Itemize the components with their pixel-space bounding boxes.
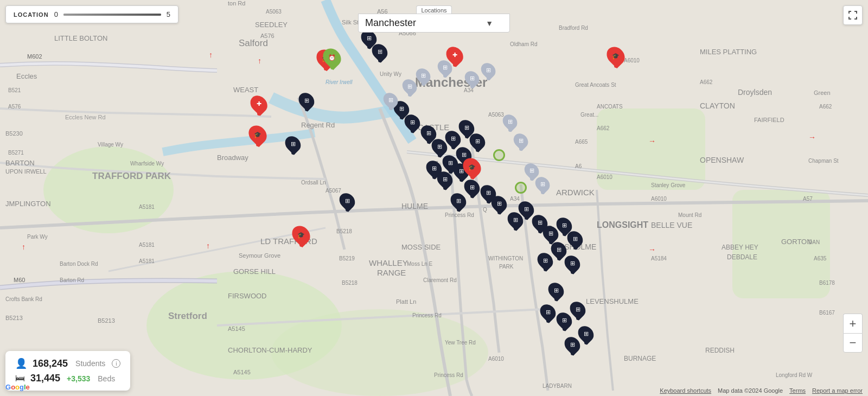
- svg-text:A5181: A5181: [139, 204, 155, 210]
- svg-text:Green: Green: [814, 90, 831, 96]
- svg-text:GORTON: GORTON: [781, 238, 812, 246]
- svg-text:PARK: PARK: [499, 264, 514, 270]
- svg-text:A6010: A6010: [651, 196, 667, 202]
- map-pin[interactable]: ⊞: [519, 201, 533, 220]
- map-pin[interactable]: 🎓: [464, 157, 480, 179]
- svg-text:Stanley Grove: Stanley Grove: [651, 182, 686, 188]
- svg-text:BELLE VUE: BELLE VUE: [651, 221, 692, 229]
- fullscreen-button[interactable]: [843, 5, 863, 25]
- svg-text:B5271: B5271: [8, 150, 24, 156]
- keyboard-shortcuts[interactable]: Keyboard shortcuts: [660, 387, 711, 394]
- svg-text:Village Wy: Village Wy: [98, 142, 123, 148]
- map-pin[interactable]: ⊞: [565, 255, 579, 274]
- map-pin[interactable]: ⊞: [465, 71, 478, 88]
- map-pin[interactable]: ⊞: [568, 231, 582, 250]
- map-pin[interactable]: ⊞: [405, 114, 419, 133]
- map-pin-circle[interactable]: [493, 149, 505, 161]
- location-label: LOCATION: [14, 11, 49, 18]
- svg-text:A665: A665: [575, 139, 588, 145]
- map-pin[interactable]: 🎓: [293, 225, 309, 247]
- city-name: Manchester: [365, 17, 416, 29]
- map-pin[interactable]: ⊞: [536, 176, 549, 194]
- map-pin[interactable]: ⊞: [492, 195, 506, 214]
- map-pin[interactable]: ⊞: [373, 43, 387, 62]
- beds-label: Beds: [98, 374, 115, 383]
- map-pin[interactable]: ⊞: [470, 133, 484, 152]
- svg-text:UPON IRWELL: UPON IRWELL: [5, 168, 47, 175]
- svg-text:JMPLINGTON: JMPLINGTON: [5, 200, 51, 208]
- svg-text:Princess Rd: Princess Rd: [412, 312, 442, 318]
- svg-text:Mount Rd: Mount Rd: [678, 212, 701, 218]
- map-pin[interactable]: ⊞: [549, 282, 563, 301]
- map-container[interactable]: M602 M60 B521 B5271 A576 Eccles Eccles N…: [0, 0, 868, 396]
- svg-text:B521: B521: [8, 87, 21, 93]
- location-slider[interactable]: [63, 14, 161, 16]
- svg-text:DEBDALE: DEBDALE: [727, 253, 757, 261]
- map-pin[interactable]: 🎓: [608, 46, 624, 68]
- map-pin[interactable]: ⊞: [557, 312, 571, 331]
- map-pin[interactable]: ⊞: [340, 193, 354, 212]
- map-pin[interactable]: ⊞: [417, 68, 430, 86]
- svg-text:Barton Dock Rd: Barton Dock Rd: [60, 261, 98, 267]
- map-pin[interactable]: ✚: [251, 95, 266, 116]
- city-dropdown[interactable]: Manchester ▼: [358, 14, 510, 33]
- map-pin[interactable]: ⏰: [324, 48, 340, 69]
- map-pin[interactable]: ⊞: [514, 133, 527, 151]
- info-icon[interactable]: i: [112, 359, 120, 368]
- map-pin[interactable]: ⊞: [552, 241, 566, 260]
- map-pin[interactable]: ⊞: [482, 62, 495, 80]
- zoom-in-button[interactable]: +: [843, 314, 863, 333]
- map-pin[interactable]: ⊞: [299, 92, 314, 111]
- svg-text:Eccles New Rd: Eccles New Rd: [65, 114, 106, 120]
- svg-text:RANGE: RANGE: [377, 268, 406, 277]
- svg-text:B6167: B6167: [819, 310, 835, 316]
- zoom-controls: + −: [843, 314, 863, 353]
- map-pin[interactable]: ⊞: [384, 92, 397, 110]
- svg-text:Wharfside Wy: Wharfside Wy: [130, 161, 164, 167]
- map-background: M602 M60 B521 B5271 A576 Eccles Eccles N…: [0, 0, 868, 396]
- chevron-down-icon: ▼: [486, 19, 493, 28]
- map-pin[interactable]: ⊞: [438, 60, 451, 78]
- map-pin[interactable]: ⊞: [565, 336, 579, 355]
- svg-text:Princess Rd: Princess Rd: [445, 212, 474, 218]
- svg-text:A662: A662: [819, 104, 832, 110]
- students-count: 168,245: [33, 358, 68, 369]
- svg-text:B5218: B5218: [336, 228, 352, 234]
- svg-text:Stretford: Stretford: [168, 311, 207, 321]
- svg-text:Crofts Bank Rd: Crofts Bank Rd: [5, 296, 42, 302]
- report-link[interactable]: Report a map error: [812, 387, 863, 394]
- svg-text:A662: A662: [700, 79, 713, 85]
- svg-text:WITHINGTON: WITHINGTON: [488, 256, 523, 261]
- svg-text:WHALLEY: WHALLEY: [369, 258, 408, 267]
- students-stat-row: 👤 168,245 Students i: [15, 357, 120, 369]
- svg-text:REDDISH: REDDISH: [705, 347, 735, 354]
- terms-link[interactable]: Terms: [789, 387, 806, 394]
- svg-text:M602: M602: [27, 53, 42, 60]
- svg-text:↑: ↑: [206, 241, 210, 250]
- svg-text:↑: ↑: [209, 50, 213, 59]
- map-pin[interactable]: ⊞: [438, 171, 452, 190]
- map-pin[interactable]: ⊞: [465, 179, 479, 198]
- map-pin[interactable]: ⊞: [503, 114, 516, 132]
- map-pin[interactable]: ⊞: [403, 79, 416, 97]
- zoom-out-button[interactable]: −: [843, 333, 863, 353]
- svg-text:B5218: B5218: [342, 280, 358, 286]
- map-pin[interactable]: ⊞: [538, 252, 552, 271]
- svg-text:Yew Tree Rd: Yew Tree Rd: [445, 340, 476, 346]
- svg-text:ABBEY HEY: ABBEY HEY: [722, 244, 758, 251]
- svg-text:River Irwell: River Irwell: [326, 79, 353, 85]
- svg-text:A5184: A5184: [651, 256, 667, 261]
- map-pin-circle[interactable]: [515, 182, 527, 194]
- map-pin[interactable]: ⊞: [579, 325, 593, 344]
- svg-text:Ordsall Ln: Ordsall Ln: [301, 180, 326, 186]
- map-pin[interactable]: 🎓: [250, 125, 266, 146]
- svg-text:CHORLTON-CUM-HARDY: CHORLTON-CUM-HARDY: [228, 346, 312, 354]
- svg-text:Salford: Salford: [239, 38, 268, 48]
- map-pin[interactable]: ⊞: [286, 136, 300, 155]
- svg-text:Broadway: Broadway: [217, 154, 248, 162]
- svg-text:A57: A57: [803, 196, 813, 202]
- map-pin[interactable]: ⊞: [541, 304, 555, 323]
- svg-text:Claremont Rd: Claremont Rd: [423, 277, 457, 283]
- map-pin[interactable]: ⊞: [451, 193, 465, 212]
- map-pin[interactable]: ⊞: [571, 301, 585, 320]
